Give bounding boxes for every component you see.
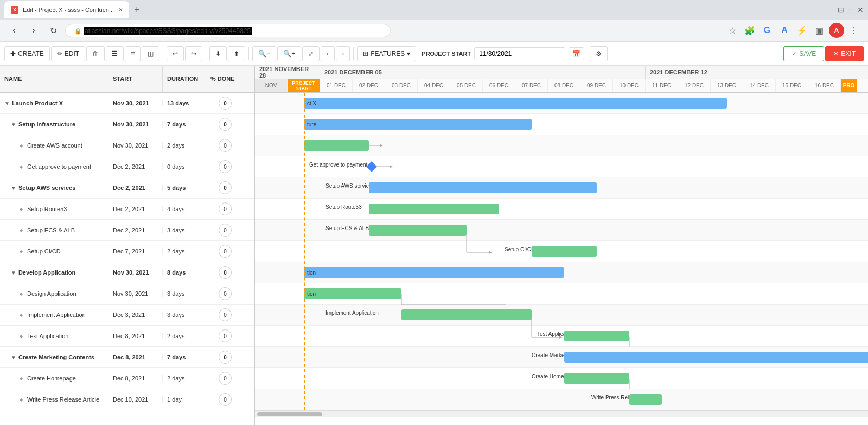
table-row[interactable]: ◆ Create AWS account Nov 30, 2021 2 days… xyxy=(0,135,254,156)
account-circle[interactable]: A xyxy=(829,23,844,38)
task-start: Nov 30, 2021 xyxy=(108,269,163,276)
forward-button[interactable]: › xyxy=(26,23,41,38)
task-start: Dec 2, 2021 xyxy=(108,206,163,212)
task-duration: 2 days xyxy=(163,248,206,255)
url-bar[interactable]: 🔒 atlassian.net/wiki/spaces/SSSS/pages/e… xyxy=(65,24,391,37)
gantt-row: ct X xyxy=(255,93,868,114)
indent-button[interactable]: ☰ xyxy=(106,46,124,61)
expand-icon[interactable]: ▼ xyxy=(11,270,16,276)
project-start-date-input[interactable] xyxy=(474,47,565,60)
gantt-area[interactable]: 2021 NOVEMBER 28 2021 DECEMBER 05 2021 D… xyxy=(255,66,868,425)
new-tab-button[interactable]: + xyxy=(129,2,144,17)
table-row[interactable]: ◆ Design Application Nov 30, 2021 3 days… xyxy=(0,283,254,305)
edit-button[interactable]: ✏ EDIT xyxy=(51,46,85,61)
scroll-up-button[interactable]: ⬆ xyxy=(228,46,245,61)
settings-button[interactable]: ⚙ xyxy=(590,46,608,61)
redo-button[interactable]: ↪ xyxy=(185,46,202,61)
outdent-button[interactable]: ≡ xyxy=(125,46,141,61)
table-row[interactable]: ◆ Get approve to payment Dec 2, 2021 0 d… xyxy=(0,156,254,177)
bookmark-star-icon[interactable]: ☆ xyxy=(725,23,740,38)
task-start: Nov 30, 2021 xyxy=(108,121,163,128)
scroll-down-button[interactable]: ⬇ xyxy=(209,46,227,61)
gantt-bar-design[interactable]: tion xyxy=(304,288,401,299)
task-pct: 0 xyxy=(206,160,244,173)
prev-button[interactable]: ‹ xyxy=(321,46,335,61)
calendar-icon-button[interactable]: 📅 xyxy=(569,47,584,60)
features-grid-icon: ⊞ xyxy=(363,50,368,58)
table-row[interactable]: ◆ Test Application Dec 8, 2021 2 days 0 xyxy=(0,326,254,347)
extension-icon[interactable]: ⚡ xyxy=(794,23,809,38)
bar-outside-label: Setup Route53 xyxy=(326,204,362,210)
gantt-bar-develop[interactable]: tion xyxy=(304,267,564,278)
task-pct: 0 xyxy=(206,329,244,342)
bullet-icon: ◆ xyxy=(20,207,23,212)
more-icon[interactable]: ⋮ xyxy=(846,23,861,38)
gantt-bar-test[interactable] xyxy=(564,331,629,341)
features-button[interactable]: ⊞ FEATURES ▾ xyxy=(357,46,416,61)
gantt-header: 2021 NOVEMBER 28 2021 DECEMBER 05 2021 D… xyxy=(255,66,868,93)
gantt-bar-ecs-alb[interactable] xyxy=(369,225,467,236)
table-row[interactable]: ▼ Launch Product X Nov 30, 2021 13 days … xyxy=(0,93,254,114)
scroll-thumb[interactable] xyxy=(257,412,322,416)
next-button[interactable]: › xyxy=(336,46,350,61)
task-pct: 0 xyxy=(206,202,244,215)
expand-icon[interactable]: ▼ xyxy=(11,122,16,128)
divider-2 xyxy=(206,47,206,60)
table-row[interactable]: ▼ Setup AWS services Dec 2, 2021 5 days … xyxy=(0,177,254,199)
back-button[interactable]: ‹ xyxy=(7,23,22,38)
table-row[interactable]: ◆ Write Press Release Article Dec 10, 20… xyxy=(0,389,254,410)
profile-g-icon[interactable]: G xyxy=(760,23,775,38)
close-window-icon[interactable]: ✕ xyxy=(857,5,864,14)
exit-button[interactable]: ✕ EXIT xyxy=(825,46,864,61)
zoom-in-button[interactable]: 🔍+ xyxy=(277,46,301,61)
tab-close-button[interactable]: × xyxy=(118,6,123,14)
gantt-bar-aws-account[interactable] xyxy=(304,140,369,151)
gantt-bar-implement[interactable] xyxy=(401,309,532,320)
day-label-13dec: 13 DEC xyxy=(711,79,743,92)
day-label-nov: NOV xyxy=(255,79,288,92)
save-button[interactable]: ✓ SAVE xyxy=(783,46,824,61)
gantt-bar-press-release[interactable] xyxy=(629,394,662,405)
extension-a-icon[interactable]: A xyxy=(777,23,792,38)
table-row[interactable]: ◆ Create Homepage Dec 8, 2021 2 days 0 xyxy=(0,368,254,389)
undo-button[interactable]: ↩ xyxy=(167,46,184,61)
fit-button[interactable]: ⤢ xyxy=(302,46,320,61)
restore-down-icon[interactable]: ⊟ xyxy=(838,5,844,14)
cast-icon[interactable]: ▣ xyxy=(812,23,827,38)
table-row[interactable]: ◆ Setup ECS & ALB Dec 2, 2021 3 days 0 xyxy=(0,220,254,241)
expand-icon[interactable]: ▼ xyxy=(11,185,16,191)
header-pct: % DONE xyxy=(206,66,244,92)
day-label-08dec: 08 DEC xyxy=(548,79,580,92)
week-label: 2021 DECEMBER 05 xyxy=(320,66,646,79)
expand-icon[interactable]: ▼ xyxy=(4,100,10,106)
minimize-icon[interactable]: − xyxy=(848,5,853,14)
create-button[interactable]: ✚ CREATE xyxy=(4,46,50,61)
bar-label: ct X xyxy=(307,100,316,106)
gantt-bar-infra[interactable]: ture xyxy=(304,119,532,130)
table-row[interactable]: ▼ Setup Infrastructure Nov 30, 2021 7 da… xyxy=(0,114,254,135)
extension-puzzle-icon[interactable]: 🧩 xyxy=(742,23,757,38)
delete-button[interactable]: 🗑 xyxy=(86,46,105,61)
reload-button[interactable]: ↻ xyxy=(46,23,61,38)
table-row[interactable]: ◆ Setup Route53 Dec 2, 2021 4 days 0 xyxy=(0,199,254,220)
svg-marker-3 xyxy=(390,165,393,168)
day-labels-row: NOV PROJECT START 01 DEC 02 DEC 03 DEC 0… xyxy=(255,79,868,93)
gantt-bar-launch[interactable]: ct X xyxy=(304,98,727,109)
gantt-bar-cicd[interactable] xyxy=(532,246,597,257)
fill-button[interactable]: ◫ xyxy=(142,46,159,61)
gantt-bar-aws-services[interactable] xyxy=(369,182,597,193)
gantt-bar-route53[interactable] xyxy=(369,204,499,214)
table-row[interactable]: ▼ Develop Application Nov 30, 2021 8 day… xyxy=(0,262,254,283)
table-row[interactable]: ◆ Implement Application Dec 3, 2021 3 da… xyxy=(0,305,254,326)
bar-label: tion xyxy=(307,291,316,297)
task-table: NAME START DURATION % DONE ▼ Launch Prod… xyxy=(0,66,255,425)
task-pct: 0 xyxy=(206,308,244,321)
expand-icon[interactable]: ▼ xyxy=(11,354,16,360)
zoom-out-button[interactable]: 🔍− xyxy=(252,46,276,61)
table-row[interactable]: ◆ Setup CI/CD Dec 7, 2021 2 days 0 xyxy=(0,241,254,262)
active-tab[interactable]: X Edit - Project X - ssss - Confluen... … xyxy=(4,1,129,18)
gantt-bar-homepage[interactable] xyxy=(564,373,629,384)
gantt-scrollbar[interactable] xyxy=(255,410,868,417)
gantt-bar-marketing[interactable] xyxy=(564,352,868,363)
table-row[interactable]: ▼ Create Marketing Contents Dec 8, 2021 … xyxy=(0,347,254,368)
